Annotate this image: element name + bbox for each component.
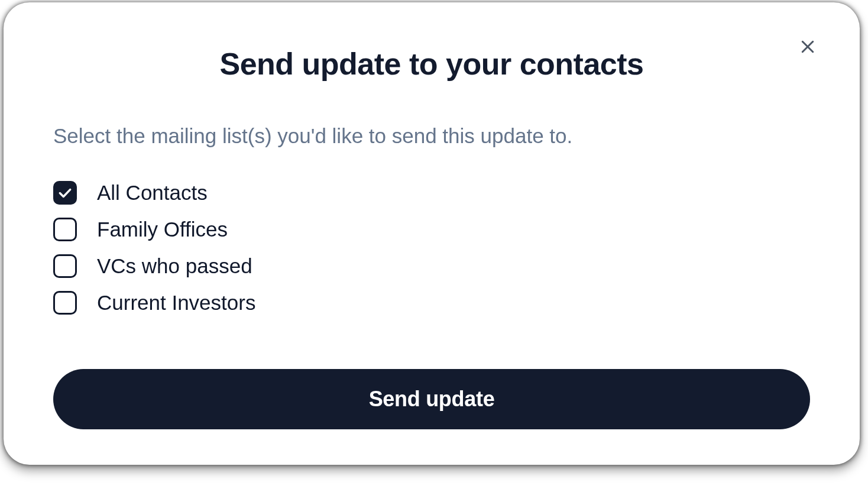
checkbox-item-family-offices[interactable]: Family Offices <box>53 218 810 241</box>
mailing-list-options: All Contacts Family Offices VCs who pass… <box>53 181 810 315</box>
checkbox-label: Current Investors <box>97 291 255 315</box>
checkbox-item-all-contacts[interactable]: All Contacts <box>53 181 810 205</box>
checkbox-item-vcs-who-passed[interactable]: VCs who passed <box>53 254 810 278</box>
checkbox-box <box>53 218 77 241</box>
send-update-modal: Send update to your contacts Select the … <box>4 2 860 465</box>
checkbox-box <box>53 291 77 315</box>
checkbox-box <box>53 254 77 278</box>
modal-subtitle: Select the mailing list(s) you'd like to… <box>53 124 810 148</box>
close-icon <box>799 38 817 57</box>
send-update-button[interactable]: Send update <box>53 369 810 429</box>
check-icon <box>57 185 73 200</box>
checkbox-box <box>53 181 77 205</box>
checkbox-label: Family Offices <box>97 218 228 241</box>
checkbox-label: All Contacts <box>97 181 208 205</box>
checkbox-label: VCs who passed <box>97 254 252 278</box>
close-button[interactable] <box>796 35 820 59</box>
modal-title: Send update to your contacts <box>53 46 810 82</box>
checkbox-item-current-investors[interactable]: Current Investors <box>53 291 810 315</box>
